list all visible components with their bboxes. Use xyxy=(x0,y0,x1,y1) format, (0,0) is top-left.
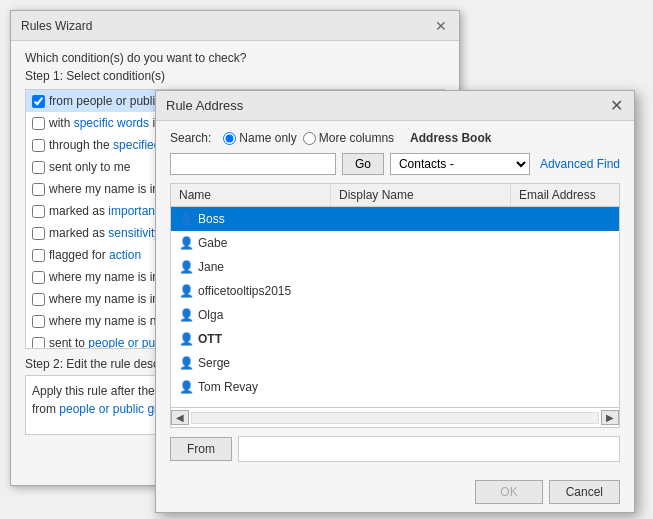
contact-display-cell xyxy=(331,255,511,279)
contact-table-header: Name Display Name Email Address xyxy=(171,184,619,207)
search-label: Search: xyxy=(170,131,211,145)
contact-email-cell xyxy=(511,303,619,327)
condition-checkbox[interactable] xyxy=(32,249,45,262)
contact-display-cell xyxy=(331,279,511,303)
contact-display-cell xyxy=(331,303,511,327)
scroll-track xyxy=(191,412,599,424)
rules-wizard-titlebar: Rules Wizard ✕ xyxy=(11,11,459,41)
contact-icon: 👤 xyxy=(179,332,194,346)
contact-display-cell xyxy=(331,375,511,399)
more-columns-label: More columns xyxy=(319,131,394,145)
more-columns-radio[interactable] xyxy=(303,132,316,145)
condition-checkbox[interactable] xyxy=(32,337,45,349)
condition-checkbox[interactable] xyxy=(32,117,45,130)
condition-link[interactable]: sensitivity xyxy=(108,226,160,240)
table-row[interactable]: 👤 Serge xyxy=(171,351,619,375)
condition-checkbox[interactable] xyxy=(32,95,45,108)
name-only-radio-label[interactable]: Name only xyxy=(223,131,296,145)
contact-name: OTT xyxy=(198,332,222,346)
search-input-row: Go Contacts - Advanced Find xyxy=(170,153,620,175)
rule-address-title: Rule Address xyxy=(166,98,243,113)
condition-checkbox[interactable] xyxy=(32,227,45,240)
rule-address-titlebar: Rule Address ✕ xyxy=(156,91,634,121)
more-columns-radio-label[interactable]: More columns xyxy=(303,131,394,145)
rule-address-body: Search: Name only More columns Address B… xyxy=(156,121,634,472)
rules-wizard-title: Rules Wizard xyxy=(21,19,92,33)
table-row[interactable]: 👤 Olga xyxy=(171,303,619,327)
contact-name: officetooltips2015 xyxy=(198,284,291,298)
address-book-select[interactable]: Contacts - xyxy=(390,153,530,175)
recipients-box xyxy=(238,436,620,462)
contact-table: Name Display Name Email Address 👤 Boss xyxy=(170,183,620,428)
condition-checkbox[interactable] xyxy=(32,271,45,284)
contact-name: Serge xyxy=(198,356,230,370)
contact-email-cell xyxy=(511,207,619,231)
contact-name: Gabe xyxy=(198,236,227,250)
rules-wizard-close-button[interactable]: ✕ xyxy=(433,18,449,34)
contact-email-cell xyxy=(511,255,619,279)
contact-name: Jane xyxy=(198,260,224,274)
from-button[interactable]: From xyxy=(170,437,232,461)
contact-name-cell: 👤 Gabe xyxy=(171,231,331,255)
radio-group: Name only More columns xyxy=(223,131,394,145)
contact-display-cell xyxy=(331,231,511,255)
contact-name-cell: 👤 Serge xyxy=(171,351,331,375)
contact-name-cell: 👤 Tom Revay xyxy=(171,375,331,399)
contact-email-cell xyxy=(511,351,619,375)
scroll-left-button[interactable]: ◀ xyxy=(171,410,189,425)
horizontal-scrollbar: ◀ ▶ xyxy=(171,407,619,427)
contact-name: Boss xyxy=(198,212,225,226)
rules-step1: Step 1: Select condition(s) xyxy=(25,69,445,83)
search-input[interactable] xyxy=(170,153,336,175)
table-row[interactable]: 👤 OTT xyxy=(171,327,619,351)
dialog-bottom-row: From xyxy=(170,436,620,462)
condition-link[interactable]: specified xyxy=(113,138,160,152)
contact-icon: 👤 xyxy=(179,308,194,322)
condition-checkbox[interactable] xyxy=(32,161,45,174)
condition-link[interactable]: specific words xyxy=(74,116,149,130)
contact-name-cell: 👤 Olga xyxy=(171,303,331,327)
go-button[interactable]: Go xyxy=(342,153,384,175)
condition-checkbox[interactable] xyxy=(32,293,45,306)
rule-address-close-button[interactable]: ✕ xyxy=(608,98,624,114)
contact-name-cell: 👤 OTT xyxy=(171,327,331,351)
contact-name: Tom Revay xyxy=(198,380,258,394)
contact-display-cell xyxy=(331,207,511,231)
contact-display-cell xyxy=(331,327,511,351)
contact-display-cell xyxy=(331,351,511,375)
contact-name-cell: 👤 Jane xyxy=(171,255,331,279)
table-row[interactable]: 👤 Boss xyxy=(171,207,619,231)
contact-email-cell xyxy=(511,327,619,351)
contact-icon: 👤 xyxy=(179,380,194,394)
contact-name-cell: 👤 Boss xyxy=(171,207,331,231)
search-row: Search: Name only More columns Address B… xyxy=(170,131,620,145)
condition-checkbox[interactable] xyxy=(32,205,45,218)
contact-email-cell xyxy=(511,231,619,255)
table-row[interactable]: 👤 officetooltips2015 xyxy=(171,279,619,303)
table-row[interactable]: 👤 Gabe xyxy=(171,231,619,255)
col-name-header: Name xyxy=(171,184,331,206)
contact-email-cell xyxy=(511,375,619,399)
contact-name-cell: 👤 officetooltips2015 xyxy=(171,279,331,303)
address-book-label: Address Book xyxy=(410,131,491,145)
contact-table-body: 👤 Boss 👤 Gabe xyxy=(171,207,619,407)
name-only-radio[interactable] xyxy=(223,132,236,145)
condition-link[interactable]: action xyxy=(109,248,141,262)
advanced-find-link[interactable]: Advanced Find xyxy=(540,157,620,171)
condition-checkbox[interactable] xyxy=(32,183,45,196)
contact-name: Olga xyxy=(198,308,223,322)
contact-email-cell xyxy=(511,279,619,303)
contact-icon: 👤 xyxy=(179,260,194,274)
table-row[interactable]: 👤 Jane xyxy=(171,255,619,279)
condition-checkbox[interactable] xyxy=(32,139,45,152)
dialog-cancel-button[interactable]: Cancel xyxy=(549,480,620,504)
table-row[interactable]: 👤 Tom Revay xyxy=(171,375,619,399)
ok-button[interactable]: OK xyxy=(475,480,542,504)
contact-icon: 👤 xyxy=(179,236,194,250)
contact-icon: 👤 xyxy=(179,356,194,370)
dialog-action-buttons: OK Cancel xyxy=(156,472,634,512)
scroll-right-button[interactable]: ▶ xyxy=(601,410,619,425)
condition-checkbox[interactable] xyxy=(32,315,45,328)
rule-address-dialog: Rule Address ✕ Search: Name only More co… xyxy=(155,90,635,513)
rules-question: Which condition(s) do you want to check? xyxy=(25,51,445,65)
